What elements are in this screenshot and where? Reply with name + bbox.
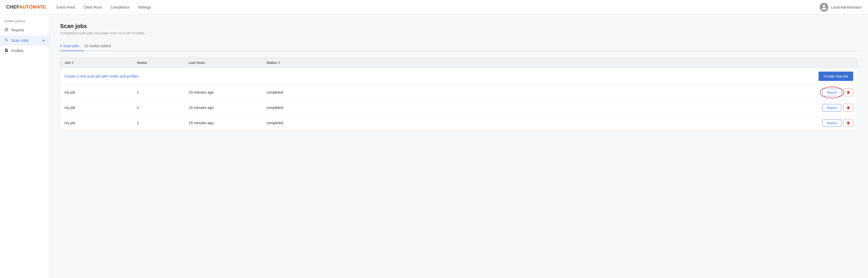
table-row: my job 1 15 minutes ago completed Report (60, 100, 857, 115)
sidebar-item-profiles[interactable]: Profiles (0, 46, 50, 56)
th-actions (331, 61, 853, 64)
th-job: Job ⇅ (64, 61, 137, 64)
delete-button[interactable] (843, 104, 853, 112)
sidebar-item-scan-jobs[interactable]: Scan Jobs ► (0, 35, 50, 46)
logo-chef: CHEF (6, 4, 19, 9)
cell-status: completed (267, 90, 331, 94)
sort-job-icon[interactable]: ⇅ (71, 61, 74, 64)
table-header: Job ⇅ Nodes Last Scan ↓ Status ⇅ (60, 58, 857, 68)
reports-icon (4, 27, 9, 33)
create-row: Create a new scan job with nodes and pro… (60, 68, 857, 85)
delete-button[interactable] (843, 88, 853, 96)
cell-status: completed (267, 121, 331, 125)
cell-last-scan: 15 minutes ago (189, 121, 267, 125)
user-area: Local Administrator (819, 3, 862, 12)
sidebar-reports-label: Reports (11, 28, 24, 32)
chevron-right-icon: ► (42, 39, 45, 42)
nav-client-runs[interactable]: Client Runs (83, 5, 102, 9)
create-scan-job-link[interactable]: Create a new scan job with nodes and pro… (64, 74, 818, 78)
page-subtitle: Compliance scan jobs run inspec exec on … (60, 31, 858, 35)
brand-logo: CHEFAUTOMATE (6, 4, 46, 10)
th-last-scan: Last Scan ↓ (189, 61, 267, 64)
cell-actions: Report (331, 88, 853, 96)
top-nav: CHEFAUTOMATE Event Feed Client Runs Comp… (0, 0, 868, 15)
report-button[interactable]: Report (823, 104, 841, 112)
scan-jobs-icon (4, 38, 9, 43)
sidebar-item-reports[interactable]: Reports (0, 25, 50, 35)
cell-actions: Report (331, 104, 853, 112)
cell-last-scan: 15 minutes ago (189, 106, 267, 110)
scan-jobs-table: Job ⇅ Nodes Last Scan ↓ Status ⇅ Creat (60, 57, 858, 131)
sidebar: COMPLIANCE Reports Scan Jobs ► Profiles (0, 15, 50, 278)
cell-status: completed (267, 106, 331, 110)
logo-automate: AUTOMATE (19, 4, 46, 9)
cell-nodes: 1 (137, 121, 189, 125)
cell-nodes: 1 (137, 90, 189, 94)
tab-scan-jobs[interactable]: 6 Scan jobs (60, 41, 84, 51)
page-title: Scan jobs (60, 23, 858, 30)
th-status: Status ⇅ (267, 61, 331, 64)
cell-job: my job (64, 121, 137, 125)
sidebar-profiles-label: Profiles (11, 49, 24, 53)
table-row: my job 1 15 minutes ago completed Report (60, 85, 857, 100)
sidebar-section-label: COMPLIANCE (0, 20, 50, 25)
tab-nodes-added[interactable]: 32 Nodes added (84, 41, 116, 51)
main-content: Scan jobs Compliance scan jobs run inspe… (50, 15, 868, 278)
user-avatar (819, 3, 828, 12)
report-highlight-ring: Report (823, 89, 841, 96)
th-nodes: Nodes (137, 61, 189, 64)
nav-settings[interactable]: Settings (138, 5, 151, 9)
delete-button[interactable] (843, 119, 853, 127)
report-button[interactable]: Report (823, 119, 841, 127)
cell-actions: Report (331, 119, 853, 127)
cell-job: my job (64, 90, 137, 94)
table-row: my job 1 15 minutes ago completed Report (60, 115, 857, 131)
sidebar-scan-jobs-label: Scan Jobs (11, 38, 28, 43)
app-body: COMPLIANCE Reports Scan Jobs ► Profiles … (0, 15, 868, 278)
tabs: 6 Scan jobs 32 Nodes added (60, 41, 858, 51)
cell-nodes: 1 (137, 106, 189, 110)
user-name: Local Administrator (831, 5, 862, 9)
cell-last-scan: 15 minutes ago (189, 90, 267, 94)
profiles-icon (4, 48, 9, 53)
nav-compliance[interactable]: Compliance (110, 5, 129, 9)
cell-job: my job (64, 106, 137, 110)
create-new-job-button[interactable]: Create new job (818, 72, 853, 81)
sort-status-icon[interactable]: ⇅ (278, 61, 280, 64)
sort-last-scan-icon[interactable]: ↓ (206, 61, 207, 64)
report-button[interactable]: Report (823, 89, 841, 96)
nav-links: Event Feed Client Runs Compliance Settin… (57, 5, 819, 9)
nav-event-feed[interactable]: Event Feed (57, 5, 75, 9)
